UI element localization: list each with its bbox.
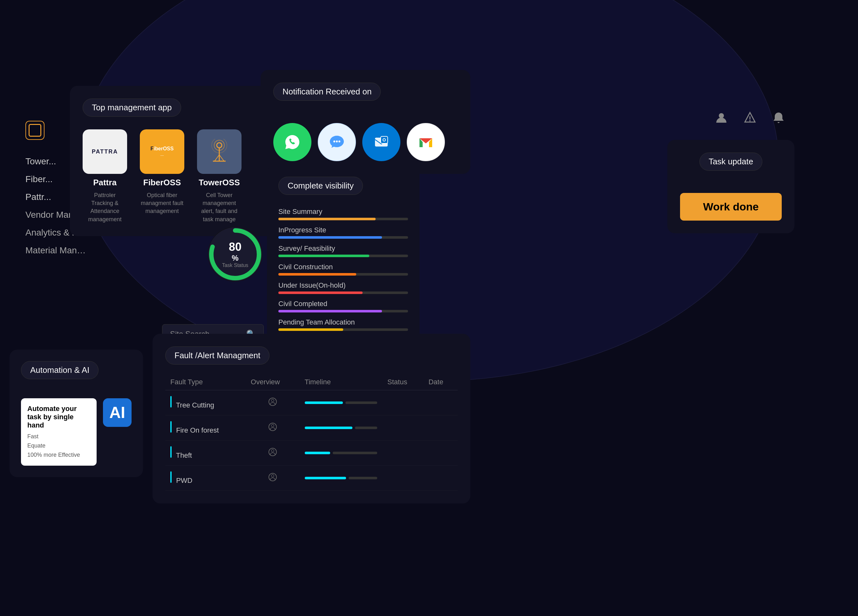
bar-civil [278,273,408,275]
fault-table: Fault Type Overview Timeline Status Date… [165,374,458,491]
table-row: PWD [165,466,458,491]
alert-icon[interactable] [740,108,760,127]
timeline-bg [355,426,377,429]
pattra-name: Pattra [93,178,117,188]
ai-details: Fast Equate 100% more Effective [27,432,90,459]
bar-civil-completed [278,310,408,313]
timeline-fill [305,477,346,479]
visibility-survey: Survey/ Feasibility [278,244,408,257]
fault-type-pwd: PWD [165,466,246,491]
label-under-issue: Under Issue(On-hold) [278,281,408,289]
logo-icon [29,124,41,137]
app-toweross[interactable]: TowerOSS Cell Tower management alert, fa… [197,129,241,224]
fibeross-desc: Optical fiber managment fault management [140,191,184,216]
notification-card: Notification Received on O [261,70,470,174]
visibility-site-summary: Site Summary [278,208,408,220]
bar-inprogress [278,236,408,239]
automation-pill: Automation & AI [21,361,98,379]
date-tree [423,390,458,415]
visibility-pending: Pending Team Allocation [278,318,408,331]
outlook-icon[interactable]: O [362,123,400,161]
row-indicator [170,471,172,483]
fault-table-header: Fault Type Overview Timeline Status Date [165,374,458,390]
visibility-card: Complete visibility Site Summary InProgr… [267,165,420,348]
fibeross-name: FiberOSS [143,178,181,188]
user-icon[interactable] [712,108,731,127]
svg-point-0 [217,143,222,148]
ai-icon: AI [103,398,132,427]
top-management-pill: Top management app [82,98,181,117]
svg-point-7 [333,140,335,142]
progress-text: 80 % Task Status [222,240,249,268]
bar-fill-under-issue [278,291,362,294]
col-overview: Overview [246,374,300,390]
col-date: Date [423,374,458,390]
svg-point-22 [271,424,274,427]
col-fault-type: Fault Type [165,374,246,390]
label-inprogress: InProgress Site [278,226,408,234]
svg-point-9 [339,140,340,142]
whatsapp-icon[interactable] [273,123,311,161]
work-done-button[interactable]: Work done [680,193,782,221]
progress-percentage: 80 [222,240,249,254]
chat-icon[interactable] [318,123,356,161]
svg-text:O: O [382,137,386,142]
app-pattra[interactable]: PATTRA Pattra Pattroler Tracking & Atten… [82,129,127,224]
label-survey: Survey/ Feasibility [278,244,408,253]
pattra-desc: Pattroler Tracking & Attendance manageme… [82,191,127,224]
bell-icon[interactable] [769,108,788,127]
timeline-theft [300,440,382,466]
bar-fill-pending [278,328,343,331]
bar-under-issue [278,291,408,294]
bar-site-summary [278,218,408,220]
status-tree [382,390,423,415]
status-pwd [382,466,423,491]
toweross-icon [197,129,241,174]
sidebar-logo[interactable] [25,121,45,140]
timeline-fill [305,452,330,454]
row-indicator [170,446,172,458]
svg-point-8 [336,140,338,142]
task-update-card: Task update Work done [667,140,794,233]
overview-tree [246,390,300,415]
row-indicator [170,396,172,408]
svg-point-26 [271,474,274,477]
label-civil-completed: Civil Completed [278,300,408,308]
app-fibeross[interactable]: FiberOSS — FiberOSS Optical fiber managm… [140,129,184,224]
bar-survey [278,255,408,257]
svg-point-13 [719,113,724,118]
fault-type-tree: Tree Cutting [165,390,246,415]
pattra-icon: PATTRA [82,129,127,174]
toweross-desc: Cell Tower management alert, fault and t… [197,191,241,224]
bar-fill-civil [278,273,356,275]
row-indicator [170,421,172,432]
visibility-civil: Civil Construction [278,263,408,275]
progress-label: Task Status [222,263,249,268]
notification-icons: O [273,123,458,161]
visibility-pill: Complete visibility [278,177,363,195]
label-site-summary: Site Summary [278,208,408,216]
svg-point-20 [271,399,274,402]
bar-fill-survey [278,255,369,257]
svg-point-15 [749,120,751,121]
visibility-civil-completed: Civil Completed [278,300,408,313]
svg-line-5 [214,155,219,161]
bar-pending [278,328,408,331]
gmail-icon[interactable] [407,123,445,161]
table-row: Theft [165,440,458,466]
col-timeline: Timeline [300,374,382,390]
progress-percent-sign: % [222,254,249,263]
visibility-inprogress: InProgress Site [278,226,408,239]
progress-container: 80 % Task Status [204,222,267,286]
timeline-bg [348,477,377,479]
header-icons [712,108,788,127]
svg-point-24 [271,450,274,452]
bar-fill-inprogress [278,236,382,239]
fault-type-fire: Fire On forest [165,415,246,440]
timeline-tree [300,390,382,415]
timeline-fill [305,401,343,404]
ai-text-block: Automate your task by single hand Fast E… [21,398,96,466]
sidebar-item-material[interactable]: Material Management [25,241,89,259]
timeline-bg [333,452,377,454]
timeline-fill [305,426,353,429]
